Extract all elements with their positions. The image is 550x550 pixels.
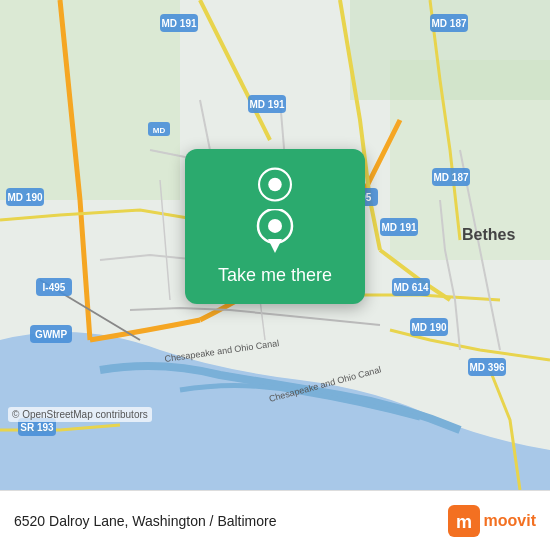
moovit-logo: m moovit: [448, 505, 536, 537]
svg-text:MD 614: MD 614: [393, 282, 428, 293]
svg-text:MD 396: MD 396: [469, 362, 504, 373]
moovit-wordmark: moovit: [484, 512, 536, 530]
svg-text:GWMP: GWMP: [35, 329, 68, 340]
svg-text:MD: MD: [153, 126, 166, 135]
svg-rect-1: [0, 0, 180, 200]
address-label: 6520 Dalroy Lane, Washington / Baltimore: [14, 513, 277, 529]
svg-text:MD 187: MD 187: [431, 18, 466, 29]
take-me-there-button[interactable]: Take me there: [218, 265, 332, 286]
svg-text:MD 191: MD 191: [249, 99, 284, 110]
svg-text:Bethes: Bethes: [462, 226, 515, 243]
pin-svg: [256, 209, 294, 255]
svg-marker-39: [268, 239, 282, 253]
svg-text:SR 193: SR 193: [20, 422, 54, 433]
svg-text:m: m: [456, 512, 472, 532]
svg-text:MD 190: MD 190: [7, 192, 42, 203]
popup-card: Take me there: [185, 149, 365, 304]
bottom-bar: 6520 Dalroy Lane, Washington / Baltimore…: [0, 490, 550, 550]
moovit-logo-icon: m: [448, 505, 480, 537]
svg-text:I-495: I-495: [43, 282, 66, 293]
svg-text:MD 187: MD 187: [433, 172, 468, 183]
svg-text:MD 191: MD 191: [381, 222, 416, 233]
svg-text:MD 191: MD 191: [161, 18, 196, 29]
svg-point-38: [268, 219, 282, 233]
copyright-text: © OpenStreetMap contributors: [8, 407, 152, 422]
svg-text:MD 190: MD 190: [411, 322, 446, 333]
location-pin-icon: [254, 167, 296, 209]
map-container: Chesapeake and Ohio Canal Chesapeake and…: [0, 0, 550, 490]
